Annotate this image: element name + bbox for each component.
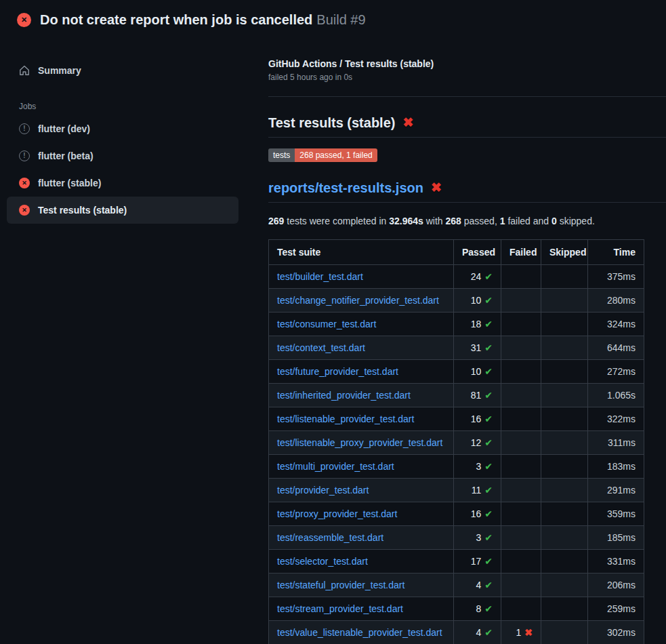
cell-skipped (541, 550, 588, 573)
cell-skipped (541, 407, 588, 431)
table-row: test/stateful_provider_test.dart4✔206ms (269, 573, 644, 597)
cancelled-icon: ! (19, 150, 30, 161)
check-icon: ✔ (484, 414, 493, 424)
cell-skipped (541, 479, 588, 502)
sidebar-item-test-results-stable[interactable]: ✕Test results (stable) (7, 197, 238, 224)
cell-skipped (541, 526, 588, 550)
test-results-table: Test suitePassedFailedSkippedTime test/b… (268, 239, 644, 644)
passed-count: 10 (471, 295, 482, 306)
cell-time: 359ms (588, 502, 644, 526)
cell-test-suite: test/listenable_provider_test.dart (269, 407, 454, 431)
table-row: test/provider_test.dart11✔291ms (269, 479, 644, 502)
cell-test-suite: test/inherited_provider_test.dart (269, 384, 454, 407)
passed-count: 17 (471, 556, 482, 567)
cell-time: 259ms (588, 597, 644, 621)
cell-failed (501, 431, 541, 455)
check-icon: ✔ (484, 366, 493, 377)
cell-passed: 11✔ (454, 479, 501, 502)
cell-skipped (541, 502, 588, 526)
table-row: test/change_notifier_provider_test.dart1… (269, 289, 644, 313)
test-suite-link[interactable]: test/value_listenable_provider_test.dart (277, 627, 442, 638)
main-content: GitHub Actions / Test results (stable) f… (268, 38, 666, 644)
sidebar-item-label: flutter (dev) (38, 122, 90, 136)
test-suite-link[interactable]: test/listenable_provider_test.dart (277, 414, 414, 424)
cell-skipped (541, 597, 588, 621)
check-icon: ✔ (484, 390, 493, 401)
passed-count: 16 (471, 414, 482, 424)
table-row: test/future_provider_test.dart10✔272ms (269, 360, 644, 384)
cell-skipped (541, 573, 588, 597)
cell-skipped (541, 455, 588, 479)
summary-segment: with (423, 216, 446, 226)
sidebar-item-flutter-dev[interactable]: !flutter (dev) (7, 115, 238, 142)
table-row: test/listenable_proxy_provider_test.dart… (269, 431, 644, 455)
home-icon (19, 65, 30, 76)
test-suite-link[interactable]: test/multi_provider_test.dart (277, 461, 394, 472)
test-suite-link[interactable]: test/inherited_provider_test.dart (277, 390, 411, 401)
table-header-row: Test suitePassedFailedSkippedTime (269, 240, 644, 265)
red-x-icon: ✖ (402, 115, 413, 132)
cell-test-suite: test/builder_test.dart (269, 265, 454, 289)
cell-test-suite: test/change_notifier_provider_test.dart (269, 289, 454, 313)
x-circle-icon: ✕ (17, 13, 31, 27)
cell-failed (501, 289, 541, 313)
test-suite-link[interactable]: test/stateful_provider_test.dart (277, 580, 404, 590)
passed-count: 8 (476, 603, 481, 614)
table-row: test/reassemble_test.dart3✔185ms (269, 526, 644, 550)
test-suite-link[interactable]: test/future_provider_test.dart (277, 366, 398, 377)
summary-segment: tests were completed in (284, 216, 389, 226)
cell-failed (501, 573, 541, 597)
sidebar-item-label: flutter (stable) (38, 176, 101, 190)
test-suite-link[interactable]: test/stream_provider_test.dart (277, 603, 403, 614)
cell-passed: 17✔ (454, 550, 501, 573)
cell-passed: 10✔ (454, 360, 501, 384)
test-suite-link[interactable]: test/listenable_proxy_provider_test.dart (277, 437, 442, 448)
cell-time: 311ms (588, 431, 644, 455)
sidebar-item-flutter-stable[interactable]: ✕flutter (stable) (7, 169, 238, 197)
sidebar-item-summary[interactable]: Summary (7, 57, 238, 84)
check-icon: ✔ (484, 556, 493, 567)
test-suite-link[interactable]: test/builder_test.dart (277, 271, 363, 282)
check-icon: ✔ (484, 603, 493, 614)
sidebar-item-label: flutter (beta) (38, 149, 93, 163)
summary-segment: 32.964s (389, 216, 423, 226)
build-number: Build #9 (316, 12, 365, 27)
cell-failed (501, 313, 541, 336)
cell-passed: 4✔ (454, 621, 501, 644)
test-suite-link[interactable]: test/context_test.dart (277, 342, 365, 353)
check-icon: ✔ (484, 271, 493, 282)
table-row: test/builder_test.dart24✔375ms (269, 265, 644, 289)
test-suite-link[interactable]: test/selector_test.dart (277, 556, 368, 567)
cell-test-suite: test/value_listenable_provider_test.dart (269, 621, 454, 644)
cell-time: 324ms (588, 313, 644, 336)
cell-passed: 16✔ (454, 407, 501, 431)
cell-failed (501, 336, 541, 360)
red-x-icon: ✖ (431, 180, 442, 197)
check-icon: ✔ (484, 319, 493, 329)
passed-count: 3 (476, 532, 481, 543)
summary-segment: 0 (551, 216, 557, 226)
report-file-link[interactable]: reports/test-results.json (268, 179, 423, 197)
sidebar-item-flutter-beta[interactable]: !flutter (beta) (7, 142, 238, 169)
table-row: test/stream_provider_test.dart8✔259ms (269, 597, 644, 621)
summary-segment: 268 (446, 216, 461, 226)
test-suite-link[interactable]: test/provider_test.dart (277, 485, 369, 496)
cell-passed: 31✔ (454, 336, 501, 360)
test-suite-link[interactable]: test/proxy_provider_test.dart (277, 508, 397, 519)
summary-segment: skipped. (557, 216, 595, 226)
cell-failed (501, 265, 541, 289)
test-suite-link[interactable]: test/consumer_test.dart (277, 319, 376, 329)
cell-failed: 1✖ (501, 621, 541, 644)
test-suite-link[interactable]: test/change_notifier_provider_test.dart (277, 295, 439, 306)
cell-skipped (541, 384, 588, 407)
jobs-heading: Jobs (19, 102, 238, 111)
cell-time: 206ms (588, 573, 644, 597)
table-body: test/builder_test.dart24✔375mstest/chang… (269, 265, 644, 644)
badge-label: tests (268, 148, 295, 162)
passed-count: 24 (471, 271, 482, 282)
test-suite-link[interactable]: test/reassemble_test.dart (277, 532, 383, 543)
check-icon: ✔ (484, 342, 493, 353)
check-icon: ✔ (484, 532, 493, 543)
sidebar-item-label: Test results (stable) (38, 203, 127, 217)
summary-segment: 1 (500, 216, 505, 226)
